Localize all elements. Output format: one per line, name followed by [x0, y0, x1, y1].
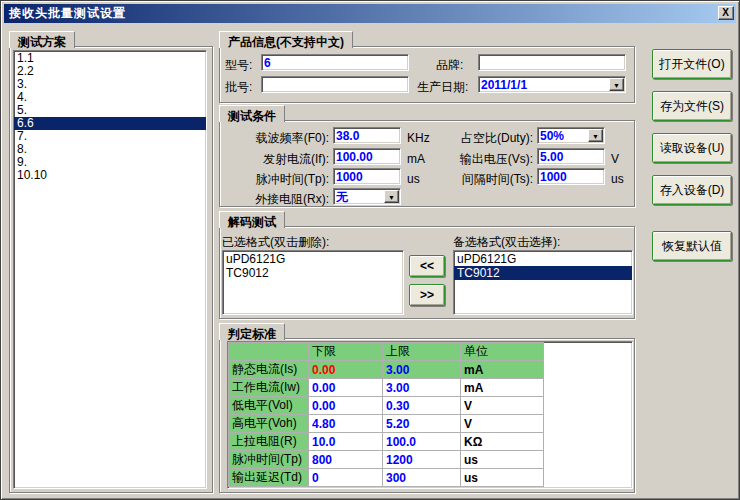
read-device-label: 读取设备(U)	[660, 141, 725, 155]
tab-test-plans-label: 测试方案	[18, 35, 66, 49]
brand-label: 品牌:	[436, 57, 463, 74]
unit-cell: KΩ	[461, 433, 544, 451]
output-voltage-input[interactable]	[537, 148, 605, 165]
criteria-group: 判定标准 下限 上限 单位 静态电流(Is) 0.00 3.00 mA 工作电流…	[219, 323, 635, 493]
lower-cell[interactable]: 0.00	[309, 397, 383, 415]
unit-cell: mA	[461, 379, 544, 397]
open-file-button[interactable]: 打开文件(O)	[652, 49, 732, 79]
list-item-selected[interactable]: 6.6	[14, 117, 206, 130]
production-date-combo[interactable]: 2011/1/1 ▼	[478, 76, 626, 93]
tab-test-conditions-label: 测试条件	[228, 109, 276, 123]
table-row: 工作电流(Iw) 0.00 3.00 mA	[229, 379, 544, 397]
read-device-button[interactable]: 读取设备(U)	[652, 133, 732, 163]
settings-dialog: 接收头批量测试设置 X 测试方案 1.1 2.2 3. 4. 5. 6.6 7.…	[0, 0, 740, 500]
close-button[interactable]: X	[718, 6, 734, 20]
row-label: 上拉电阻(R)	[229, 433, 309, 451]
close-icon: X	[722, 7, 730, 18]
lower-cell[interactable]: 0	[309, 469, 383, 487]
move-right-icon: >>	[420, 288, 434, 302]
dropdown-arrow-icon[interactable]: ▼	[384, 190, 399, 203]
list-item[interactable]: uPD6121G	[456, 252, 632, 266]
list-item[interactable]: 10.10	[16, 169, 206, 182]
move-left-button[interactable]: <<	[409, 255, 445, 277]
carrier-freq-input[interactable]	[333, 127, 401, 144]
tab-criteria-label: 判定标准	[228, 327, 276, 341]
header-name	[229, 343, 309, 361]
model-label: 型号:	[225, 57, 252, 74]
upper-cell[interactable]: 3.00	[383, 361, 461, 379]
row-label: 高电平(Voh)	[229, 415, 309, 433]
upper-cell[interactable]: 100.0	[383, 433, 461, 451]
dropdown-arrow-icon[interactable]: ▼	[588, 129, 603, 142]
lower-cell[interactable]: 800	[309, 451, 383, 469]
lower-cell[interactable]: 4.80	[309, 415, 383, 433]
date-label: 生产日期:	[417, 79, 468, 96]
criteria-grid: 下限 上限 单位 静态电流(Is) 0.00 3.00 mA 工作电流(Iw) …	[227, 341, 633, 489]
upper-cell[interactable]: 300	[383, 469, 461, 487]
list-item[interactable]: 8.	[16, 143, 206, 156]
unit-cell: us	[461, 451, 544, 469]
row-label: 输出延迟(Td)	[229, 469, 309, 487]
list-item-selected[interactable]: TC9012	[454, 266, 632, 280]
move-right-button[interactable]: >>	[409, 284, 445, 306]
table-row: 静态电流(Is) 0.00 3.00 mA	[229, 361, 544, 379]
output-voltage-label: 输出电压(Vs):	[423, 151, 533, 168]
lower-cell[interactable]: 0.00	[309, 379, 383, 397]
write-device-label: 存入设备(D)	[660, 183, 725, 197]
header-unit: 单位	[461, 343, 544, 361]
restore-defaults-button[interactable]: 恢复默认值	[652, 231, 732, 261]
model-input[interactable]	[261, 54, 409, 71]
interval-time-input[interactable]	[537, 168, 605, 185]
save-file-button[interactable]: 存为文件(S)	[652, 91, 732, 121]
list-item[interactable]: 2.2	[16, 65, 206, 78]
candidate-formats-listbox[interactable]: uPD6121G TC9012	[453, 250, 633, 315]
pulse-time-input[interactable]	[333, 168, 401, 185]
list-item[interactable]: uPD6121G	[225, 252, 403, 266]
tab-criteria[interactable]: 判定标准	[219, 323, 285, 340]
lower-cell[interactable]: 0.00	[309, 361, 383, 379]
unit-cell: us	[461, 469, 544, 487]
open-file-label: 打开文件(O)	[659, 57, 724, 71]
list-item[interactable]: 4.	[16, 91, 206, 104]
test-plans-listbox[interactable]: 1.1 2.2 3. 4. 5. 6.6 7. 8. 9. 10.10	[13, 50, 207, 489]
duty-combo[interactable]: 50% ▼	[537, 127, 605, 144]
decode-test-group: 解码测试 已选格式(双击删除): 备选格式(双击选择): uPD6121G TC…	[219, 211, 635, 319]
duty-label: 占空比(Duty):	[423, 130, 533, 147]
list-item[interactable]: 1.1	[16, 52, 206, 65]
row-label: 工作电流(Iw)	[229, 379, 309, 397]
tab-product-info-label: 产品信息(不支持中文)	[228, 35, 344, 49]
restore-defaults-label: 恢复默认值	[662, 239, 722, 253]
production-date-value: 2011/1/1	[481, 78, 609, 92]
duty-value: 50%	[540, 129, 588, 143]
list-item[interactable]: TC9012	[225, 266, 403, 280]
selected-formats-label: 已选格式(双击删除):	[222, 234, 329, 251]
upper-cell[interactable]: 0.30	[383, 397, 461, 415]
list-item[interactable]: 5.	[16, 104, 206, 117]
table-row: 低电平(Vol) 0.00 0.30 V	[229, 397, 544, 415]
selected-formats-listbox[interactable]: uPD6121G TC9012	[222, 250, 404, 315]
lower-cell[interactable]: 10.0	[309, 433, 383, 451]
title-bar[interactable]: 接收头批量测试设置 X	[4, 4, 736, 23]
interval-time-label: 间隔时间(Ts):	[423, 171, 533, 188]
dropdown-arrow-icon[interactable]: ▼	[609, 78, 624, 91]
batch-input[interactable]	[261, 76, 409, 93]
output-voltage-unit: V	[611, 152, 619, 166]
write-device-button[interactable]: 存入设备(D)	[652, 175, 732, 205]
emit-current-input[interactable]	[333, 148, 401, 165]
header-lower: 下限	[309, 343, 383, 361]
table-row: 高电平(Voh) 4.80 5.20 V	[229, 415, 544, 433]
tab-test-conditions[interactable]: 测试条件	[219, 105, 285, 122]
tab-product-info[interactable]: 产品信息(不支持中文)	[219, 31, 353, 48]
upper-cell[interactable]: 5.20	[383, 415, 461, 433]
upper-cell[interactable]: 1200	[383, 451, 461, 469]
list-item[interactable]: 3.	[16, 78, 206, 91]
table-row: 上拉电阻(R) 10.0 100.0 KΩ	[229, 433, 544, 451]
tab-decode-test[interactable]: 解码测试	[219, 211, 285, 228]
list-item[interactable]: 7.	[16, 130, 206, 143]
upper-cell[interactable]: 3.00	[383, 379, 461, 397]
tab-decode-test-label: 解码测试	[228, 215, 276, 229]
brand-input[interactable]	[478, 54, 626, 71]
ext-resistor-combo[interactable]: 无 ▼	[333, 188, 401, 205]
unit-cell: mA	[461, 361, 544, 379]
tab-test-plans[interactable]: 测试方案	[9, 31, 75, 48]
